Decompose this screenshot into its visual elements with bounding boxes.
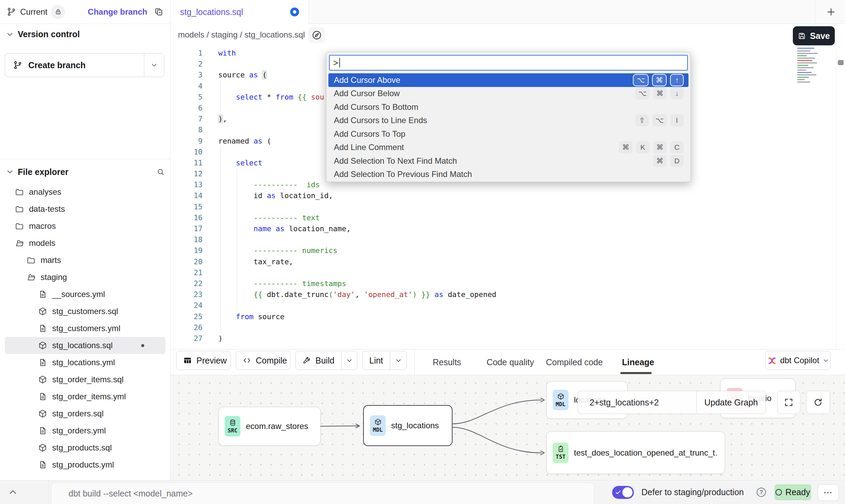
lineage-node-stg-locations[interactable]: MDL stg_locations [363, 405, 453, 446]
breadcrumb: models / staging / stg_locations.sql [178, 30, 305, 40]
copy-icon[interactable] [154, 7, 163, 16]
command-item[interactable]: Add Selection To Next Find Match⌘D [328, 154, 688, 168]
chevron-down-icon [151, 62, 158, 69]
code-line: ---------- numerics [218, 245, 496, 256]
change-branch-link[interactable]: Change branch [88, 7, 147, 17]
sidebar-divider [0, 159, 170, 159]
code-line: ---------- text [218, 212, 496, 223]
command-item[interactable]: Add Cursor Below⌥⌘↓ [328, 87, 688, 101]
key-cap: ⌥ [635, 87, 650, 100]
ready-status-badge[interactable]: Ready [774, 484, 811, 500]
command-item[interactable]: Add Line Comment⌘K⌘C [328, 141, 688, 154]
command-item[interactable]: Add Selection To Previous Find Match [328, 168, 688, 181]
lint-button[interactable]: Lint [362, 351, 407, 370]
command-item[interactable]: Add Cursors to Line Ends⇧⌥I [328, 114, 688, 128]
command-placeholder: dbt build --select <model_name> [51, 489, 193, 499]
lineage-selector-input[interactable]: 2+stg_locations+2 [578, 391, 696, 414]
editor-minimap[interactable] [797, 48, 822, 88]
create-branch-label: Create branch [28, 60, 86, 70]
command-label: Add Cursor Below [334, 89, 400, 98]
file-item-models[interactable]: models [5, 235, 165, 252]
file-item-stg_orders.yml[interactable]: stg_orders.yml [5, 422, 165, 439]
file-item-stg_products.sql[interactable]: stg_products.sql [5, 439, 165, 456]
version-control-title: Version control [18, 29, 80, 39]
file-item-stg_products.yml[interactable]: stg_products.yml [5, 456, 165, 473]
file-item-__sources.yml[interactable]: __sources.yml [5, 286, 165, 303]
file-label: stg_locations.yml [52, 358, 115, 367]
scrollbar-thumb[interactable] [838, 60, 844, 65]
build-dropdown[interactable] [341, 351, 357, 370]
preview-button[interactable]: Preview [176, 351, 231, 370]
tab-results[interactable]: Results [433, 350, 461, 375]
shortcut-keys: ⌥⌘↓ [635, 87, 684, 100]
node-label: stg_locations [391, 421, 439, 430]
panel-toolbar: Preview Compile Build Lint Results Code … [171, 349, 845, 375]
file-icon [38, 392, 47, 401]
folder-icon [15, 205, 24, 213]
lineage-node-source[interactable]: SRC ecom.raw_stores [218, 407, 321, 446]
file-item-stg_orders.sql[interactable]: stg_orders.sql [5, 405, 165, 422]
command-label: Add Cursors To Top [334, 129, 405, 139]
tab-code-quality[interactable]: Code quality [487, 350, 534, 375]
cube-icon [557, 393, 564, 400]
create-branch-button[interactable]: Create branch [5, 53, 164, 77]
file-item-stg_locations.yml[interactable]: stg_locations.yml [5, 354, 165, 371]
chevron-up-icon[interactable] [8, 487, 18, 497]
command-item[interactable]: Add Cursor Above⌥⌘↑ [328, 73, 688, 87]
command-input-region[interactable]: dbt build --select <model_name> [51, 483, 594, 504]
file-item-stg_customers.sql[interactable]: stg_customers.sql [5, 303, 165, 320]
file-label: stg_products.yml [52, 460, 114, 470]
refresh-button[interactable] [806, 391, 830, 414]
cube-icon [374, 418, 382, 426]
compile-button[interactable]: Compile [236, 351, 291, 370]
file-item-macros[interactable]: macros [5, 218, 165, 235]
more-options-button[interactable]: ⋯ [818, 484, 839, 501]
help-icon[interactable]: ? [757, 488, 766, 497]
defer-toggle[interactable] [612, 486, 634, 499]
file-item-analyses[interactable]: analyses [5, 183, 165, 201]
command-palette-input[interactable]: > [329, 55, 688, 71]
version-control-section-header[interactable]: Version control [6, 29, 80, 39]
tab-compiled-code[interactable]: Compiled code [546, 350, 603, 375]
text-caret [339, 58, 340, 68]
lineage-node-test[interactable]: TST test_does_location_opened_at_trunc_t… [546, 431, 725, 474]
create-branch-dropdown[interactable] [144, 54, 164, 77]
command-item[interactable]: Add Cursors To Bottom [328, 100, 688, 114]
build-button[interactable]: Build [295, 351, 357, 370]
command-item[interactable]: Add Cursors To Top [328, 127, 688, 141]
search-icon[interactable] [157, 168, 164, 176]
toolbar-divider [414, 350, 415, 375]
tab-lineage[interactable]: Lineage [622, 350, 654, 375]
git-branch-icon [7, 7, 16, 16]
command-list: Add Cursor Above⌥⌘↑Add Cursor Below⌥⌘↓Ad… [326, 73, 691, 181]
update-graph-button[interactable]: Update Graph [696, 391, 766, 414]
file-label: stg_orders.yml [52, 426, 106, 435]
file-item-data-tests[interactable]: data-tests [5, 201, 165, 218]
file-explorer-section-header[interactable]: File explorer [6, 164, 164, 179]
save-button[interactable]: Save [793, 26, 835, 45]
file-item-stg_locations.sql[interactable]: stg_locations.sql [5, 337, 165, 354]
fullscreen-button[interactable] [777, 391, 800, 414]
dbt-copilot-button[interactable]: dbt Copilot [765, 351, 831, 370]
new-tab-plus-icon[interactable] [826, 7, 836, 17]
shortcut-keys: ⌘K⌘C [619, 141, 684, 153]
tab-label: stg_locations.sql [180, 7, 243, 17]
file-item-marts[interactable]: marts [5, 252, 165, 269]
file-item-staging[interactable]: staging [5, 269, 165, 286]
file-item-stg_order_items.sql[interactable]: stg_order_items.sql [5, 371, 165, 388]
tab-stg-locations-sql[interactable]: stg_locations.sql [171, 0, 309, 24]
key-cap: C [670, 141, 684, 153]
explore-compass-button[interactable] [309, 27, 325, 43]
file-item-stg_customers.yml[interactable]: stg_customers.yml [5, 320, 165, 337]
unsaved-changes-dot [290, 8, 299, 16]
file-item-stg_order_items.yml[interactable]: stg_order_items.yml [5, 388, 165, 405]
lint-dropdown[interactable] [390, 351, 406, 370]
chevron-down-icon [6, 31, 14, 38]
lint-label: Lint [369, 356, 383, 366]
dbt-cloud-ide: Current Change branch Version control Cr… [0, 0, 845, 504]
folder-icon [15, 222, 24, 231]
editor-tab-bar: stg_locations.sql [171, 0, 845, 24]
lineage-canvas[interactable]: SRC ecom.raw_stores MDL stg_locations MD… [171, 375, 845, 480]
create-branch-main[interactable]: Create branch [5, 54, 144, 77]
file-icon [38, 324, 47, 333]
